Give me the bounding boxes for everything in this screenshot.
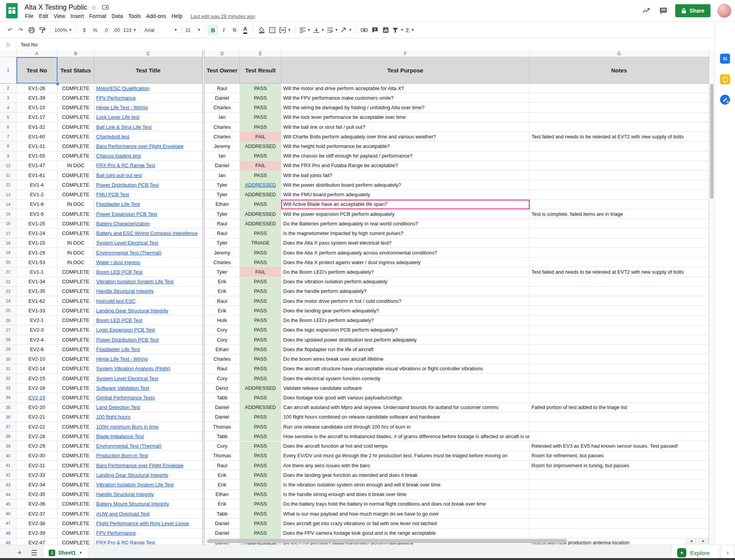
cell-test-owner[interactable]: Charles xyxy=(205,354,240,364)
cell-test-no[interactable]: EV1-17 xyxy=(16,113,57,122)
cell-notes[interactable] xyxy=(530,93,709,103)
cell-test-owner[interactable]: Charles xyxy=(205,122,240,132)
cell-test-no[interactable]: EV2-31 xyxy=(16,461,57,470)
bold-button[interactable]: B xyxy=(208,25,218,35)
cell-test-purpose[interactable]: Does the updated power distribution test… xyxy=(281,335,530,345)
cell-test-result[interactable]: ADDRESSED xyxy=(240,403,281,412)
test-title-link[interactable]: Flopdapter Life Test xyxy=(96,347,140,352)
header-test-title[interactable]: Test Title xyxy=(94,57,202,84)
cell-notes[interactable] xyxy=(530,219,709,228)
cell-test-no[interactable]: EV1-2 xyxy=(16,190,57,200)
row-number[interactable]: 33 xyxy=(0,383,16,393)
vertical-align-icon[interactable]: ▼ xyxy=(312,25,326,35)
cell-test-title[interactable]: Power Distribution PCB Test xyxy=(94,180,202,190)
cell-test-owner[interactable]: Hulk xyxy=(205,316,240,325)
menu-format[interactable]: Format xyxy=(87,12,109,20)
cell-test-status[interactable]: COMPLETE xyxy=(57,451,94,461)
cell-test-owner[interactable]: Daniel xyxy=(205,403,240,412)
functions-button[interactable]: Σ▼ xyxy=(405,25,415,35)
row-number[interactable]: 38 xyxy=(0,432,16,441)
cell-test-result[interactable]: PASS xyxy=(240,499,281,509)
row-number[interactable]: 19 xyxy=(0,248,16,258)
cell-test-owner[interactable]: Ian xyxy=(205,171,240,180)
cell-test-owner[interactable]: Cory xyxy=(205,374,240,383)
cell-test-purpose[interactable]: Can aircraft autoland with Mpro and skyv… xyxy=(281,403,530,412)
row-number[interactable]: 6 xyxy=(0,122,16,132)
cell-test-no[interactable]: EV1-10 xyxy=(16,103,57,112)
cell-test-status[interactable]: IN DOC xyxy=(57,248,94,258)
row-number[interactable]: 24 xyxy=(0,296,16,306)
test-title-link[interactable]: Lock Lever Life test xyxy=(96,114,139,120)
cell-notes[interactable] xyxy=(530,151,709,161)
cell-notes[interactable] xyxy=(530,180,709,190)
font-size-select[interactable]: 11▼ xyxy=(184,25,202,35)
cell-notes[interactable] xyxy=(530,306,709,315)
row-number[interactable]: 30 xyxy=(0,354,16,364)
cell-test-no[interactable]: EV1-60 xyxy=(16,132,57,141)
test-title-link[interactable]: FMU PCB Test xyxy=(96,192,129,197)
cell-test-purpose[interactable]: Will the FMU board perform adequately xyxy=(281,190,530,200)
cell-test-status[interactable]: COMPLETE xyxy=(57,84,94,93)
cell-test-result[interactable]: PASS xyxy=(240,84,281,93)
cell-test-title[interactable]: Hinge Life Test - Wiring xyxy=(94,354,202,364)
test-title-link[interactable]: Battery and ESC Wiring Compass Interefen… xyxy=(96,230,197,236)
test-title-link[interactable]: Baro Performance over Flight Envelope xyxy=(96,463,184,468)
row-number[interactable]: 37 xyxy=(0,422,16,432)
row-number[interactable]: 15 xyxy=(0,209,16,219)
row-number[interactable]: 17 xyxy=(0,228,16,238)
cell-test-owner[interactable]: Tyler xyxy=(205,267,240,277)
cell-test-purpose[interactable]: Do the Batteries perform adequately in r… xyxy=(281,219,530,228)
insert-comment-icon[interactable] xyxy=(369,25,380,35)
test-title-link[interactable]: FPV Performance xyxy=(96,530,136,536)
cell-test-status[interactable]: COMPLETE xyxy=(57,480,94,489)
column-letter-e[interactable]: E xyxy=(240,50,281,57)
last-edit-link[interactable]: Last edit was 28 minutes ago xyxy=(190,13,255,19)
cell-test-owner[interactable]: Ethan xyxy=(205,200,240,209)
test-title-link[interactable]: Environmental Test (Thermal) xyxy=(96,250,161,256)
cell-test-no[interactable]: EV1-53 xyxy=(16,258,57,267)
test-title-link[interactable]: Gimbal Performance Tests xyxy=(96,395,155,401)
cell-test-owner[interactable]: Daniel xyxy=(205,519,240,528)
row-number[interactable]: 2 xyxy=(0,84,16,93)
cell-test-title[interactable]: System Vibration Analysis (Flight) xyxy=(94,364,202,374)
cell-test-purpose[interactable]: Will Active Blade have an acceptable lif… xyxy=(281,200,530,209)
cell-test-status[interactable]: COMPLETE xyxy=(57,267,94,277)
cell-test-owner[interactable]: Tabb xyxy=(205,432,240,441)
cell-notes[interactable] xyxy=(530,480,709,489)
cell-test-purpose[interactable]: Is the magnetometer impacted by high cur… xyxy=(281,228,530,238)
menu-view[interactable]: View xyxy=(51,12,68,20)
row-number[interactable]: 44 xyxy=(0,490,16,499)
cell-test-title[interactable]: FRX Pro & RC Range Test xyxy=(94,538,202,545)
cell-test-purpose[interactable]: Does the Alta X protect agains water / d… xyxy=(281,258,530,267)
cell-test-result[interactable]: PASS xyxy=(240,451,281,461)
cell-test-purpose[interactable]: Does the handle perform adequately? xyxy=(281,287,530,296)
test-title-link[interactable]: 100 flight hours xyxy=(96,414,130,420)
fill-handle[interactable] xyxy=(56,82,59,85)
cell-test-purpose[interactable]: Are there any aero issues with the baro xyxy=(281,461,530,470)
cell-test-purpose[interactable]: Do the Boom LED's perform adequately? xyxy=(281,316,530,325)
cell-test-owner[interactable]: Ethan xyxy=(205,345,240,354)
cell-test-status[interactable]: COMPLETE xyxy=(57,393,94,402)
cell-test-status[interactable]: COMPLETE xyxy=(57,538,94,545)
cell-test-no[interactable]: EV2-3 xyxy=(16,325,57,335)
cell-test-result[interactable]: PASS xyxy=(240,248,281,258)
cell-notes[interactable] xyxy=(530,364,709,374)
row-number[interactable]: 36 xyxy=(0,412,16,422)
cell-test-purpose[interactable]: Does the vibration isolation perform ade… xyxy=(281,277,530,287)
cell-test-status[interactable]: COMPLETE xyxy=(57,306,94,315)
cell-test-title[interactable]: Lock Lever Life test xyxy=(94,113,202,122)
cell-test-no[interactable]: EV2-14 xyxy=(16,364,57,374)
cell-test-no[interactable]: EV1-31 xyxy=(16,141,57,151)
row-number[interactable]: 1 xyxy=(0,57,16,84)
cell-test-result[interactable]: PASS xyxy=(240,470,281,480)
cell-test-owner[interactable]: Erik xyxy=(205,287,240,296)
cell-test-status[interactable]: COMPLETE xyxy=(57,335,94,345)
tasks-icon[interactable] xyxy=(720,95,730,105)
test-title-link[interactable]: Hinge Life Test - Wiring xyxy=(96,356,148,362)
comment-history-icon[interactable] xyxy=(658,6,668,16)
cell-test-result[interactable]: TRIAGE xyxy=(240,238,281,248)
cell-test-purpose[interactable]: Will Charlie Bolts perform adequately ov… xyxy=(281,132,530,141)
row-number[interactable]: 40 xyxy=(0,451,16,461)
row-number[interactable]: 28 xyxy=(0,335,16,345)
cell-test-title[interactable]: Power Distribution PCB Test xyxy=(94,335,202,345)
